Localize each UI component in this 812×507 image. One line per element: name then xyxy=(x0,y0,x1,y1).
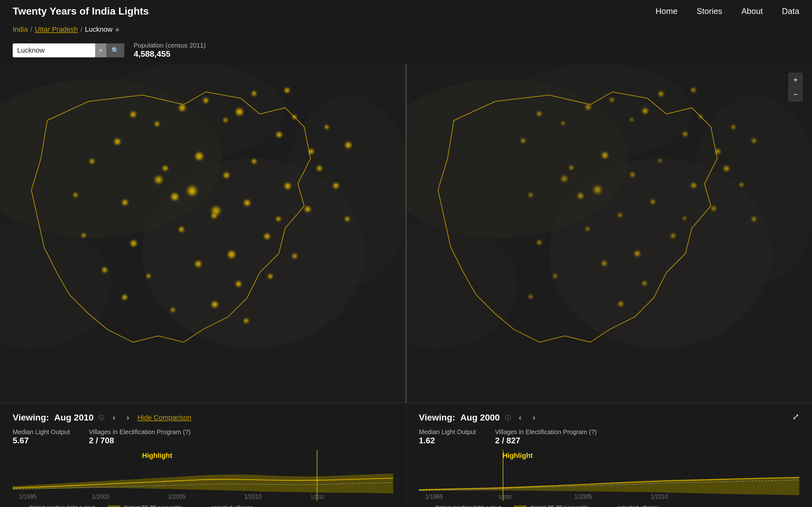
svg-text:1/2010: 1/2010 xyxy=(650,493,668,500)
chart-svg-left: 1/1995 1/2000 1/2005 1/2010 1/2010 xyxy=(13,450,393,501)
zoom-out-button[interactable]: − xyxy=(789,88,803,101)
breadcrumb-uttar-pradesh[interactable]: Uttar Pradesh xyxy=(35,25,78,34)
viewing-row-right: Viewing: Aug 2000 ⓘ ‹ › xyxy=(419,412,800,424)
top-bar: India / Uttar Pradesh / Lucknow ◈ × 🔍 Po… xyxy=(0,22,812,63)
viewing-date-left: Aug 2010 xyxy=(54,412,94,423)
villages-group-left: Villages in Electification Program (?) 2… xyxy=(89,429,191,446)
map-divider xyxy=(405,63,407,402)
nav-data[interactable]: Data xyxy=(782,6,799,16)
search-input[interactable] xyxy=(13,46,95,55)
header: Twenty Years of India Lights Home Storie… xyxy=(0,0,812,22)
breadcrumb-sep1: / xyxy=(31,25,32,34)
stats-row-left: Median Light Output 5.67 Villages in Ele… xyxy=(13,429,393,446)
boundary-left xyxy=(0,63,405,402)
legend-right: district median light output district 20… xyxy=(419,504,800,507)
prev-button-left[interactable]: ‹ xyxy=(109,412,118,424)
legend-label-1-left: district median light output xyxy=(29,504,95,507)
legend-label-2-left: district 20-80 percentile xyxy=(123,504,183,507)
bottom-panel-right: Viewing: Aug 2000 ⓘ ‹ › Median Light Out… xyxy=(406,403,812,507)
highlight-label-left[interactable]: Highlight xyxy=(142,452,172,460)
svg-point-3 xyxy=(95,63,285,158)
next-button-right[interactable]: › xyxy=(530,412,539,424)
viewing-label-left: Viewing: xyxy=(13,412,49,423)
median-light-group-right: Median Light Output 1.62 xyxy=(419,429,476,446)
villages-group-right: Villages in Electification Program (?) 2… xyxy=(495,429,597,446)
breadcrumb: India / Uttar Pradesh / Lucknow ◈ xyxy=(13,25,119,34)
nav-home[interactable]: Home xyxy=(656,6,677,16)
svg-text:1/2010: 1/2010 xyxy=(311,494,324,500)
search-button[interactable]: 🔍 xyxy=(106,43,124,57)
population-info: Population (census 2011) 4,588,455 xyxy=(134,42,206,59)
viewing-info-right[interactable]: ⓘ xyxy=(505,414,511,421)
villages-label-left: Villages in Electification Program (?) xyxy=(89,429,191,436)
breadcrumb-india[interactable]: India xyxy=(13,25,28,34)
zoom-in-button[interactable]: + xyxy=(789,73,803,87)
svg-text:1/1995: 1/1995 xyxy=(425,493,443,500)
map-container: + − xyxy=(0,63,812,402)
map-controls: + − xyxy=(789,73,803,101)
legend-item-3-left: selected villages xyxy=(195,504,253,507)
svg-text:1/2000: 1/2000 xyxy=(92,493,109,500)
chart-right: Highlight 1/1995 1/2000 1/2005 1/2010 xyxy=(419,450,800,501)
svg-text:1/2000: 1/2000 xyxy=(498,494,512,500)
median-light-value-right: 1.62 xyxy=(419,436,476,446)
villages-value-right: 2 / 827 xyxy=(495,436,597,446)
legend-label-3-right: selected villages xyxy=(617,504,659,507)
svg-point-9 xyxy=(502,63,692,158)
bottom-panel-left: Viewing: Aug 2010 ⓘ ‹ › Hide Comparison … xyxy=(0,403,406,507)
svg-text:1/2005: 1/2005 xyxy=(574,493,592,500)
viewing-label-right: Viewing: xyxy=(419,412,455,423)
svg-text:1/1995: 1/1995 xyxy=(19,493,37,500)
highlight-label-right[interactable]: Highlight xyxy=(502,452,532,460)
legend-fill-icon xyxy=(107,505,120,507)
search-box: × 🔍 xyxy=(13,43,124,57)
search-clear-button[interactable]: × xyxy=(95,43,106,57)
median-light-group-left: Median Light Output 5.67 xyxy=(13,429,70,446)
villages-label-right: Villages in Electification Program (?) xyxy=(495,429,597,436)
viewing-row-left: Viewing: Aug 2010 ⓘ ‹ › Hide Comparison xyxy=(13,412,393,424)
median-light-value-left: 5.67 xyxy=(13,436,70,446)
legend-fill-icon-r xyxy=(514,505,526,507)
stats-row-right: Median Light Output 1.62 Villages in Ele… xyxy=(419,429,800,446)
bottom-container: Viewing: Aug 2010 ⓘ ‹ › Hide Comparison … xyxy=(0,402,812,507)
legend-label-2-right: district 20-80 percentile xyxy=(530,504,589,507)
villages-value-left: 2 / 708 xyxy=(89,436,191,446)
search-section: India / Uttar Pradesh / Lucknow ◈ × 🔍 Po… xyxy=(13,25,206,59)
viewing-date-right: Aug 2000 xyxy=(460,412,500,423)
app-title: Twenty Years of India Lights xyxy=(13,5,149,17)
breadcrumb-current: Lucknow xyxy=(85,25,113,34)
population-value: 4,588,455 xyxy=(134,49,206,59)
population-label: Population (census 2011) xyxy=(134,42,206,49)
pin-icon: ◈ xyxy=(115,26,119,33)
search-icon: 🔍 xyxy=(111,47,119,54)
median-light-label-left: Median Light Output xyxy=(13,429,70,436)
legend-left: district median light output district 20… xyxy=(13,504,393,507)
boundary-right xyxy=(407,63,812,402)
legend-item-2-right: district 20-80 percentile xyxy=(514,504,589,507)
median-light-label-right: Median Light Output xyxy=(419,429,476,436)
legend-label-3-left: selected villages xyxy=(211,504,253,507)
prev-button-right[interactable]: ‹ xyxy=(516,412,525,424)
svg-text:1/2005: 1/2005 xyxy=(168,493,186,500)
export-button[interactable]: ⤢ xyxy=(792,412,799,422)
legend-item-1-right: district median light output xyxy=(419,504,501,507)
legend-item-2-left: district 20-80 percentile xyxy=(107,504,183,507)
breadcrumb-sep2: / xyxy=(81,25,83,34)
nav-about[interactable]: About xyxy=(741,6,763,16)
svg-text:1/2010: 1/2010 xyxy=(244,493,262,500)
map-bg-right xyxy=(407,63,812,402)
chart-left: Highlight 1/1995 1/2000 1/2005 1/2010 1/… xyxy=(13,450,393,501)
legend-item-1-left: district median light output xyxy=(13,504,95,507)
map-panel-left[interactable] xyxy=(0,63,405,402)
legend-label-1-right: district median light output xyxy=(435,504,501,507)
main-nav: Home Stories About Data xyxy=(656,6,799,16)
map-panel-right[interactable]: + − xyxy=(407,63,812,402)
map-bg-left xyxy=(0,63,405,402)
next-button-left[interactable]: › xyxy=(123,412,132,424)
viewing-info-left[interactable]: ⓘ xyxy=(99,414,104,421)
hide-comparison-button[interactable]: Hide Comparison xyxy=(137,413,191,422)
legend-item-3-right: selected villages xyxy=(601,504,659,507)
nav-stories[interactable]: Stories xyxy=(697,6,722,16)
chart-svg-right: 1/1995 1/2000 1/2005 1/2010 xyxy=(419,450,800,501)
